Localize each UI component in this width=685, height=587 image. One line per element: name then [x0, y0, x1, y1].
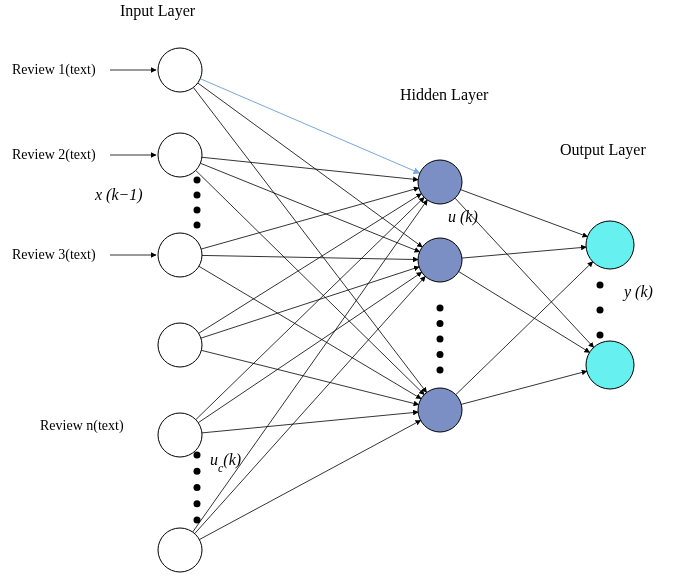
context-node-1: [158, 323, 202, 367]
edge: [200, 79, 420, 174]
review-1-label: Review 1(text): [12, 62, 96, 78]
review-n-label: Review n(text): [40, 418, 124, 434]
output-node-1: [586, 221, 634, 269]
output-layer-label: Output Layer: [560, 141, 646, 159]
edge: [196, 170, 425, 394]
edge: [461, 190, 588, 237]
uc-k-label: uc(k): [210, 451, 241, 475]
ellipsis-dot: [597, 332, 604, 339]
context-node-3: [158, 528, 202, 572]
ellipsis-dot: [194, 192, 201, 199]
edge: [462, 247, 586, 258]
edge: [193, 87, 426, 392]
edge: [196, 197, 424, 419]
ellipsis-dot: [194, 177, 201, 184]
input-node-1: [158, 48, 202, 92]
hidden-node-3: [418, 388, 462, 432]
ellipsis-dot: [194, 468, 201, 475]
hidden-node-2: [418, 238, 462, 282]
edge: [199, 266, 421, 398]
input-node-3: [158, 233, 202, 277]
u-k-label: u (k): [448, 208, 478, 226]
ellipsis-dot: [194, 517, 201, 524]
edge: [193, 200, 428, 532]
ellipsis-dot: [597, 282, 604, 289]
y-k-label: y (k): [622, 283, 653, 301]
hidden-node-1: [418, 160, 462, 204]
edge: [202, 157, 418, 179]
edge: [461, 371, 587, 404]
ellipsis-dot: [194, 207, 201, 214]
ellipsis-dot: [437, 367, 444, 374]
review-2-label: Review 2(text): [12, 147, 96, 163]
context-node-2: [158, 413, 202, 457]
edge: [201, 267, 419, 338]
output-node-2: [586, 341, 634, 389]
edge: [199, 194, 422, 334]
ellipsis-dot: [194, 222, 201, 229]
ellipsis-dot: [437, 336, 444, 343]
ellipsis-dot: [194, 484, 201, 491]
ellipsis-dot: [194, 452, 201, 459]
input-node-2: [158, 133, 202, 177]
edge: [199, 420, 420, 539]
edge: [202, 412, 418, 433]
ellipsis-dot: [437, 305, 444, 312]
input-layer-label: Input Layer: [120, 2, 196, 20]
ellipsis-dot: [437, 320, 444, 327]
review-3-label: Review 3(text): [12, 247, 96, 263]
ellipsis-dot: [437, 351, 444, 358]
edge: [195, 276, 426, 533]
x-k-1-label: x (k−1): [94, 186, 143, 204]
edge: [198, 83, 422, 247]
ellipsis-dot: [597, 307, 604, 314]
edge: [198, 272, 421, 422]
hidden-layer-label: Hidden Layer: [400, 86, 489, 104]
ellipsis-dot: [194, 500, 201, 507]
